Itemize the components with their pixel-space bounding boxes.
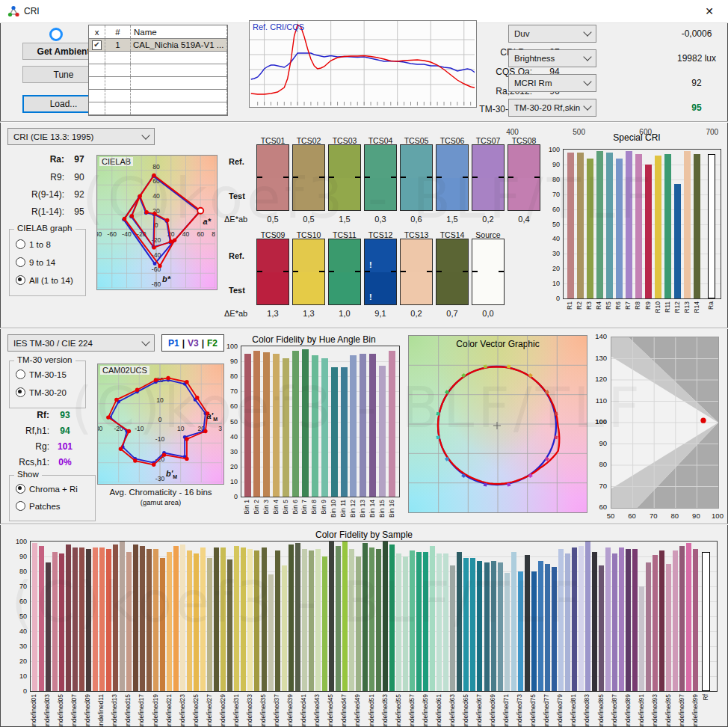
tcs-swatch xyxy=(400,239,433,305)
rfskin-select[interactable]: TM-30-20 Rf,skin xyxy=(508,99,596,117)
radio-chroma-ri[interactable]: Chroma + Ri xyxy=(16,483,78,494)
link-p1[interactable]: P1 xyxy=(168,338,179,349)
tcs-test-half xyxy=(329,178,360,211)
group-title: TM-30 version xyxy=(14,355,75,364)
tcs-ref-half xyxy=(508,145,540,178)
axis-tick-label: undefined23 xyxy=(179,694,186,727)
measurement-table[interactable]: x#Name✔1CAL_Nichia 519A-V1 ... xyxy=(88,25,228,116)
axis-tick-label: Bin 13 xyxy=(359,500,366,518)
bar-78 xyxy=(552,567,557,691)
bar-Bin 14 xyxy=(369,354,376,497)
axis-tick-label: undefined01 xyxy=(30,694,37,727)
axis-tick-label: undefined21 xyxy=(165,694,173,727)
bar-44 xyxy=(322,556,327,691)
tcs-ref-half xyxy=(401,145,432,178)
cri-method-select[interactable]: CRI (CIE 13.3: 1995) xyxy=(7,128,155,145)
axis-tick-label: R7 xyxy=(624,301,632,310)
radio-all[interactable]: All (1 to 14) xyxy=(16,274,73,286)
table-row-empty[interactable] xyxy=(89,52,227,64)
tcs-ref-half xyxy=(401,239,432,272)
bar-38 xyxy=(282,565,287,691)
mid-tick xyxy=(463,177,468,178)
axis-tick-label: undefined13 xyxy=(111,694,118,727)
radio-1to8[interactable]: 1 to 8 xyxy=(16,239,51,250)
radio-patches[interactable]: Patches xyxy=(16,500,61,512)
axis-tick-label: Bin 1 xyxy=(243,500,250,514)
axis-tick-label: 50 xyxy=(12,613,27,620)
duv-select[interactable]: Duv xyxy=(508,25,596,43)
axis-tick-label: 60 xyxy=(223,402,238,410)
svg-text:-80: -80 xyxy=(97,230,102,238)
table-row-empty[interactable] xyxy=(89,90,227,102)
axis-tick-label: 70 xyxy=(545,191,560,198)
brightness-select[interactable]: Brightness xyxy=(508,49,596,67)
duv-value: -0,0006 xyxy=(652,28,728,39)
axis-tick-label: 100 xyxy=(545,146,560,153)
mid-tick xyxy=(472,177,478,178)
table-row-empty[interactable] xyxy=(89,64,227,77)
axis-tick-label: undefined99 xyxy=(691,694,699,727)
axis-tick-label: undefined07 xyxy=(70,694,78,727)
delta-e-value: 0,4 xyxy=(508,215,540,224)
group-title: Show xyxy=(14,470,42,479)
axis-tick-label: undefined11 xyxy=(97,694,105,727)
tcs-ref-half xyxy=(437,145,468,178)
radio-tm3015[interactable]: TM-30-15 xyxy=(16,369,67,380)
bar-Bin 13 xyxy=(360,354,366,497)
bar-4 xyxy=(52,552,58,691)
tcs-swatch xyxy=(292,239,325,305)
table-row-empty[interactable] xyxy=(89,77,227,90)
divider xyxy=(0,328,728,329)
svg-text:10: 10 xyxy=(156,396,164,404)
axis-tick-label: 80 xyxy=(12,568,27,575)
tcs-ref-half xyxy=(293,145,324,178)
axis-tick-label: Bin 2 xyxy=(253,500,260,514)
checkbox-icon[interactable]: ✔ xyxy=(92,40,102,50)
bar-21 xyxy=(167,552,172,691)
side-label: Test xyxy=(229,191,254,200)
axis-tick-label: 10 xyxy=(223,478,238,485)
bar-Bin 11 xyxy=(341,367,348,497)
axis-tick-label: undefined71 xyxy=(502,694,510,727)
close-icon[interactable]: ✕ xyxy=(697,3,722,19)
r114-value: 95 xyxy=(69,206,90,217)
axis-tick-label: 20 xyxy=(545,265,560,272)
axis-tick-label: 90 xyxy=(587,439,607,447)
axis-tick-label: R3 xyxy=(585,301,593,310)
svg-text:b'M: b'M xyxy=(166,469,177,479)
bar-50 xyxy=(363,543,368,691)
link-f2[interactable]: F2 xyxy=(207,338,218,349)
tcs-ref-half xyxy=(257,239,289,272)
bar-33 xyxy=(247,549,253,691)
bar-60 xyxy=(430,546,435,691)
r914-label: R(9-14): xyxy=(0,189,64,200)
delta-e-value: 9,1 xyxy=(364,309,397,318)
axis-tick-label: Bin 6 xyxy=(291,500,299,514)
axis-tick-label: Rf xyxy=(702,694,709,701)
axis-tick-label: undefined25 xyxy=(192,694,200,727)
mcri-select[interactable]: MCRI Rm xyxy=(508,74,596,92)
axis-tick-label: undefined53 xyxy=(381,694,389,727)
axis-tick-label: 70 xyxy=(12,583,27,590)
axis-tick-label: Bin 7 xyxy=(300,500,308,514)
delta-e-value: 0,6 xyxy=(400,215,433,224)
bar-76 xyxy=(538,561,543,691)
ra-label: Ra: xyxy=(0,154,64,165)
table-row[interactable]: ✔1CAL_Nichia 519A-V1 ... xyxy=(89,39,227,52)
radio-9to14[interactable]: 9 to 14 xyxy=(16,257,55,268)
bar-3 xyxy=(46,562,51,691)
axis-tick-label: Bin 15 xyxy=(378,500,386,518)
tcs-test-half xyxy=(401,178,432,211)
bar-68 xyxy=(484,562,490,691)
table-row-empty[interactable] xyxy=(89,102,227,115)
link-v3[interactable]: V3 xyxy=(188,338,199,349)
axis-tick-label: 400 xyxy=(502,128,523,136)
rf-value: 93 xyxy=(52,410,78,420)
tm30-method-select[interactable]: IES TM-30 / CIE 224 xyxy=(7,334,155,352)
radio-tm3020[interactable]: TM-30-20 xyxy=(16,387,67,398)
svg-text:80: 80 xyxy=(212,230,215,238)
bar-36 xyxy=(268,574,274,691)
axis-tick-label: Bin 5 xyxy=(282,500,289,514)
bar-Rf xyxy=(702,552,710,691)
axis-tick-label: undefined87 xyxy=(611,694,618,727)
